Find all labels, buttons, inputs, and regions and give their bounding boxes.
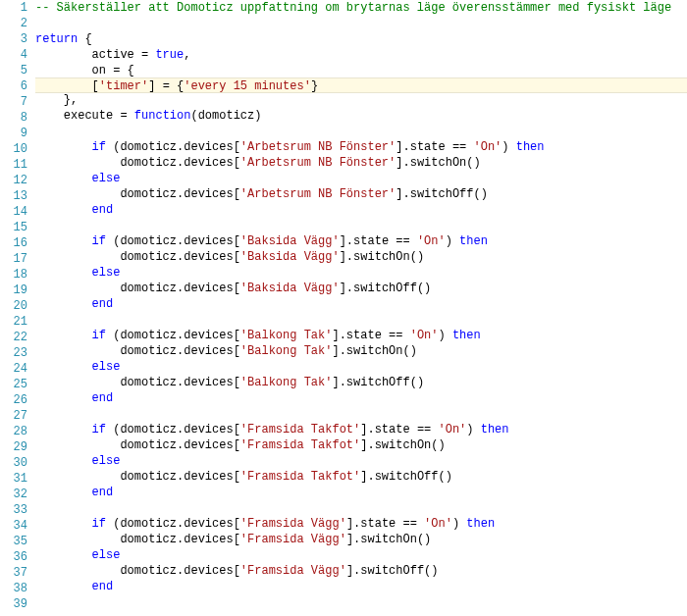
token-punct: (domoticz) <box>190 109 261 123</box>
line-number: 30 <box>0 455 27 471</box>
code-line[interactable]: end <box>35 579 687 594</box>
code-line[interactable]: else <box>35 265 687 281</box>
token-string: 'Arbetsrum NB Fönster' <box>240 187 396 201</box>
token-ident <box>35 360 92 374</box>
code-line[interactable]: if (domoticz.devices['Baksida Vägg'].sta… <box>35 233 687 249</box>
token-ident: ) <box>446 234 459 248</box>
token-punct: }, <box>35 93 78 107</box>
code-line[interactable]: ['timer'] = {'every 15 minutes'} <box>35 77 687 93</box>
code-line[interactable]: end <box>35 296 687 312</box>
token-keyword: if <box>92 140 106 154</box>
code-line[interactable]: domoticz.devices['Balkong Tak'].switchOf… <box>35 375 687 390</box>
token-ident: ].switchOn() <box>360 438 445 452</box>
line-number: 38 <box>0 581 27 596</box>
code-line[interactable]: }, <box>35 92 687 108</box>
line-number: 33 <box>0 502 27 518</box>
token-ident: ) <box>452 517 466 531</box>
token-keyword: return <box>35 32 78 46</box>
code-line[interactable] <box>35 312 687 328</box>
token-keyword: else <box>92 360 121 374</box>
token-ident <box>35 454 92 468</box>
token-punct: ] = { <box>148 79 184 93</box>
line-number: 23 <box>0 345 27 361</box>
line-number: 1 <box>0 0 27 16</box>
code-line[interactable] <box>35 16 687 31</box>
token-string: 'Balkong Tak' <box>240 376 333 389</box>
code-line[interactable]: domoticz.devices['Baksida Vägg'].switchO… <box>35 249 687 265</box>
code-line[interactable]: domoticz.devices['Arbetsrum NB Fönster']… <box>35 155 687 171</box>
token-ident <box>35 391 92 405</box>
token-keyword: else <box>92 454 121 468</box>
code-area[interactable]: -- Säkerställer att Domoticz uppfattning… <box>35 0 687 616</box>
token-string: 'Arbetsrum NB Fönster' <box>240 140 396 154</box>
code-line[interactable] <box>35 124 687 139</box>
token-string: 'Framsida Vägg' <box>240 517 346 531</box>
token-ident: ].switchOff() <box>346 564 439 578</box>
code-line[interactable]: domoticz.devices['Baksida Vägg'].switchO… <box>35 281 687 296</box>
line-number: 32 <box>0 487 27 502</box>
code-line[interactable]: return { <box>35 31 687 47</box>
token-ident: ].switchOff() <box>340 282 432 295</box>
token-ident <box>35 329 92 342</box>
token-ident: ].switchOff() <box>332 376 424 389</box>
code-line[interactable]: -- Säkerställer att Domoticz uppfattning… <box>35 0 687 16</box>
code-line[interactable]: else <box>35 453 687 469</box>
line-number: 5 <box>0 63 27 78</box>
code-line[interactable]: domoticz.devices['Framsida Takfot'].swit… <box>35 437 687 453</box>
token-string: 'every 15 minutes' <box>184 79 311 93</box>
token-ident <box>35 172 92 185</box>
token-ident <box>35 140 92 154</box>
code-line[interactable]: domoticz.devices['Framsida Vägg'].switch… <box>35 563 687 579</box>
token-keyword: end <box>92 486 114 499</box>
line-number: 3 <box>0 31 27 47</box>
token-string: 'On' <box>438 423 466 436</box>
token-ident <box>35 548 92 562</box>
token-ident: domoticz.devices[ <box>35 282 240 295</box>
code-line[interactable]: domoticz.devices['Framsida Vägg'].switch… <box>35 532 687 547</box>
code-editor[interactable]: 1234567891011121314151617181920212223242… <box>0 0 687 616</box>
code-line[interactable]: else <box>35 171 687 186</box>
code-line[interactable] <box>35 406 687 422</box>
token-string: 'Framsida Takfot' <box>240 438 360 452</box>
line-number: 26 <box>0 392 27 408</box>
code-line[interactable] <box>35 594 687 610</box>
token-ident: domoticz.devices[ <box>35 250 240 264</box>
token-ident: ].switchOn() <box>346 533 431 546</box>
token-ident: (domoticz.devices[ <box>106 423 240 436</box>
line-number: 10 <box>0 141 27 157</box>
code-line[interactable]: domoticz.devices['Balkong Tak'].switchOn… <box>35 343 687 359</box>
token-ident: ].switchOn() <box>332 344 416 358</box>
token-ident: ) <box>502 140 515 154</box>
code-line[interactable]: end <box>35 390 687 406</box>
code-line[interactable]: if (domoticz.devices['Balkong Tak'].stat… <box>35 328 687 343</box>
code-line[interactable]: else <box>35 359 687 375</box>
token-keyword: if <box>92 423 106 436</box>
token-string: 'Balkong Tak' <box>240 329 333 342</box>
code-line[interactable]: end <box>35 485 687 500</box>
token-keyword: then <box>459 234 488 248</box>
code-line[interactable]: else <box>35 547 687 563</box>
line-number: 20 <box>0 298 27 314</box>
code-line[interactable]: domoticz.devices['Framsida Takfot'].swit… <box>35 469 687 485</box>
code-line[interactable]: end <box>35 202 687 218</box>
code-line[interactable]: if (domoticz.devices['Framsida Vägg'].st… <box>35 516 687 532</box>
code-line[interactable] <box>35 218 687 233</box>
token-ident: domoticz.devices[ <box>35 344 240 358</box>
line-number: 36 <box>0 549 27 565</box>
line-number: 13 <box>0 188 27 204</box>
token-ident: domoticz.devices[ <box>35 156 240 170</box>
token-keyword: then <box>481 423 509 436</box>
code-line[interactable]: on = { <box>35 63 687 78</box>
token-keyword: end <box>92 391 114 405</box>
line-number: 28 <box>0 424 27 439</box>
code-line[interactable]: execute = function(domoticz) <box>35 108 687 124</box>
code-line[interactable]: active = true, <box>35 47 687 63</box>
token-ident: ) <box>439 329 452 342</box>
token-keyword: then <box>452 329 481 342</box>
token-string: 'Baksida Vägg' <box>240 250 340 264</box>
code-line[interactable] <box>35 500 687 516</box>
code-line[interactable]: domoticz.devices['Arbetsrum NB Fönster']… <box>35 186 687 202</box>
token-string: 'Balkong Tak' <box>240 344 333 358</box>
code-line[interactable]: if (domoticz.devices['Framsida Takfot'].… <box>35 422 687 437</box>
code-line[interactable]: if (domoticz.devices['Arbetsrum NB Fönst… <box>35 139 687 155</box>
